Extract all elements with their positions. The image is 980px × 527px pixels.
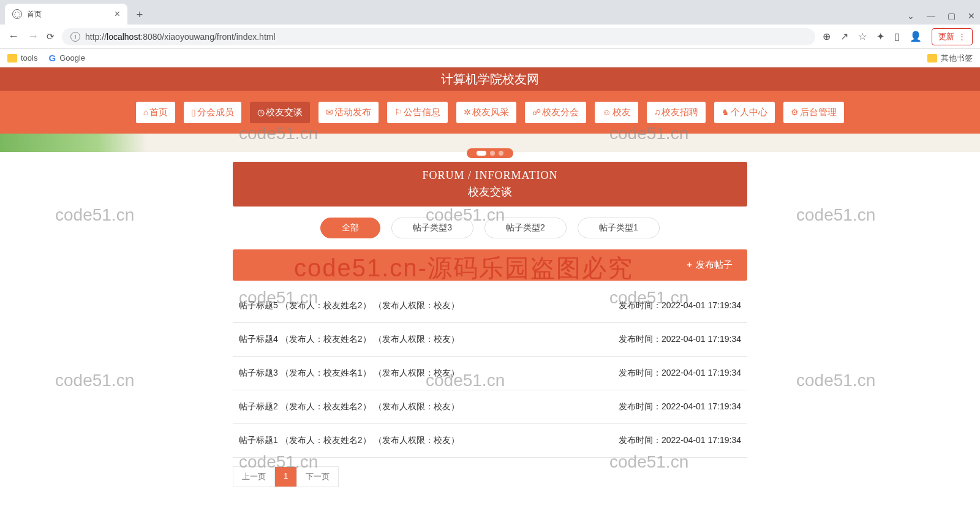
watermark: code51.cn — [796, 371, 875, 390]
panel-icon[interactable]: ▯ — [894, 31, 900, 42]
post-time: 发布时间：2022-04-01 17:19:34 — [619, 435, 741, 446]
post-publisher: （发布人：校友姓名2） — [281, 334, 371, 345]
browser-tab[interactable]: ◌ 首页 × — [5, 4, 127, 25]
post-publisher: （发布人：校友姓名2） — [281, 401, 371, 412]
page-number[interactable]: 1 — [275, 467, 297, 487]
post-title: 帖子标题5 — [239, 300, 278, 311]
profile-icon[interactable]: 👤 — [910, 31, 922, 42]
maximize-icon[interactable]: ▢ — [948, 11, 956, 21]
toolbar-icons: ⊕ ↗ ☆ ✦ ▯ 👤 更新⋮ — [823, 28, 973, 45]
post-item[interactable]: 帖子标题1（发布人：校友姓名2）（发布人权限：校友）发布时间：2022-04-0… — [233, 424, 747, 458]
post-item[interactable]: 帖子标题5（发布人：校友姓名2）（发布人权限：校友）发布时间：2022-04-0… — [233, 289, 747, 323]
nav-forum[interactable]: ◷校友交谈 — [250, 102, 310, 123]
post-list: 帖子标题5（发布人：校友姓名2）（发布人权限：校友）发布时间：2022-04-0… — [233, 289, 747, 458]
extensions-icon[interactable]: ✦ — [876, 31, 884, 42]
bookmark-star-icon[interactable]: ☆ — [858, 31, 867, 42]
post-item[interactable]: 帖子标题4（发布人：校友姓名2）（发布人权限：校友）发布时间：2022-04-0… — [233, 323, 747, 357]
post-left: 帖子标题3（发布人：校友姓名1）（发布人权限：校友） — [239, 368, 459, 379]
globe-icon: ◌ — [12, 9, 22, 19]
minimize-icon[interactable]: — — [927, 11, 935, 21]
hero-banner — [0, 134, 980, 152]
reload-button[interactable]: ⟳ — [47, 31, 55, 42]
address-bar[interactable]: i http://localhost:8080/xiaoyouwang/fron… — [62, 28, 815, 45]
home-icon: ⌂ — [143, 107, 148, 117]
browser-toolbar: ← → ⟳ i http://localhost:8080/xiaoyouwan… — [0, 25, 980, 49]
info-icon[interactable]: i — [70, 32, 80, 42]
post-title: 帖子标题2 — [239, 401, 278, 412]
bookmark-google[interactable]: GGoogle — [48, 53, 85, 63]
bookmark-tools[interactable]: tools — [7, 53, 37, 63]
person-icon: ♞ — [722, 107, 729, 117]
window-controls: ⌄ — ▢ ✕ — [907, 11, 975, 25]
filter-type2[interactable]: 帖子类型2 — [484, 218, 567, 238]
star-icon: ✲ — [464, 107, 471, 117]
link-icon: ☍ — [532, 107, 541, 117]
carousel-dot[interactable] — [490, 151, 495, 156]
group-icon: ▯ — [191, 107, 196, 117]
filter-type1[interactable]: 帖子类型1 — [578, 218, 660, 238]
post-publisher: （发布人：校友姓名2） — [281, 435, 371, 446]
watermark: code51.cn — [55, 371, 134, 390]
post-publisher: （发布人：校友姓名1） — [281, 368, 371, 379]
bookmarks-bar: tools GGoogle 其他书签 — [0, 49, 980, 67]
close-window-icon[interactable]: ✕ — [968, 11, 975, 21]
share-icon[interactable]: ↗ — [840, 31, 848, 42]
section-title-cn: 校友交谈 — [240, 184, 740, 199]
post-left: 帖子标题2（发布人：校友姓名2）（发布人权限：校友） — [239, 401, 459, 412]
nav-events[interactable]: ✉活动发布 — [318, 102, 379, 123]
nav-recruit[interactable]: ♫校友招聘 — [647, 102, 706, 123]
nav-profile[interactable]: ♞个人中心 — [714, 102, 775, 123]
tab-title: 首页 — [27, 9, 42, 20]
nav-announce[interactable]: ⚐公告信息 — [387, 102, 448, 123]
post-role: （发布人权限：校友） — [374, 368, 459, 379]
main-nav: ⌂首页 ▯分会成员 ◷校友交谈 ✉活动发布 ⚐公告信息 ✲校友风采 ☍校友分会 … — [0, 91, 980, 134]
carousel-dot[interactable] — [477, 151, 486, 156]
nav-members[interactable]: ▯分会成员 — [184, 102, 241, 123]
nav-alumni[interactable]: ☺校友 — [595, 102, 638, 123]
pagination: 上一页 1 下一页 — [233, 466, 339, 487]
filter-type3[interactable]: 帖子类型3 — [391, 218, 473, 238]
folder-icon — [927, 54, 937, 63]
post-item[interactable]: 帖子标题2（发布人：校友姓名2）（发布人权限：校友）发布时间：2022-04-0… — [233, 390, 747, 424]
post-left: 帖子标题1（发布人：校友姓名2）（发布人权限：校友） — [239, 435, 459, 446]
post-item[interactable]: 帖子标题3（发布人：校友姓名1）（发布人权限：校友）发布时间：2022-04-0… — [233, 357, 747, 390]
other-bookmarks[interactable]: 其他书签 — [927, 53, 973, 64]
mail-icon: ✉ — [326, 107, 333, 117]
gear-icon: ⚙ — [791, 107, 799, 117]
section-title-en: FORUM / INFORMATION — [240, 169, 740, 182]
search-icon[interactable]: ⊕ — [823, 31, 831, 42]
post-title: 帖子标题3 — [239, 368, 278, 379]
post-time: 发布时间：2022-04-01 17:19:34 — [619, 300, 741, 311]
post-role: （发布人权限：校友） — [374, 401, 459, 412]
update-button[interactable]: 更新⋮ — [932, 28, 973, 45]
post-title: 帖子标题4 — [239, 334, 278, 345]
post-time: 发布时间：2022-04-01 17:19:34 — [619, 368, 741, 379]
filter-row: 全部 帖子类型3 帖子类型2 帖子类型1 — [233, 218, 747, 238]
watermark: code51.cn — [55, 205, 134, 225]
carousel-dot[interactable] — [499, 151, 503, 156]
section-header: FORUM / INFORMATION 校友交谈 — [233, 162, 747, 207]
chevron-down-icon[interactable]: ⌄ — [907, 11, 914, 21]
post-time: 发布时间：2022-04-01 17:19:34 — [619, 334, 741, 345]
flag-icon: ⚐ — [394, 107, 402, 117]
nav-branch[interactable]: ☍校友分会 — [525, 102, 586, 123]
page-content: 计算机学院校友网 ⌂首页 ▯分会成员 ◷校友交谈 ✉活动发布 ⚐公告信息 ✲校友… — [0, 67, 980, 527]
next-page[interactable]: 下一页 — [297, 467, 338, 487]
forward-button[interactable]: → — [27, 30, 39, 43]
carousel-indicator[interactable] — [467, 148, 513, 158]
nav-home[interactable]: ⌂首页 — [136, 102, 175, 123]
nav-admin[interactable]: ⚙后台管理 — [783, 102, 844, 123]
publish-bar[interactable]: +发布帖子 — [233, 249, 747, 281]
post-title: 帖子标题1 — [239, 435, 278, 446]
url-text: http://localhost:8080/xiaoyouwang/front/… — [85, 32, 276, 42]
back-button[interactable]: ← — [7, 30, 20, 43]
post-role: （发布人权限：校友） — [374, 435, 459, 446]
prev-page[interactable]: 上一页 — [233, 467, 275, 487]
close-tab-icon[interactable]: × — [115, 9, 120, 20]
nav-showcase[interactable]: ✲校友风采 — [456, 102, 516, 123]
post-role: （发布人权限：校友） — [374, 334, 459, 345]
filter-all[interactable]: 全部 — [320, 218, 380, 238]
browser-tab-strip: ◌ 首页 × + ⌄ — ▢ ✕ — [0, 0, 980, 25]
new-tab-button[interactable]: + — [131, 6, 148, 23]
post-time: 发布时间：2022-04-01 17:19:34 — [619, 401, 741, 412]
